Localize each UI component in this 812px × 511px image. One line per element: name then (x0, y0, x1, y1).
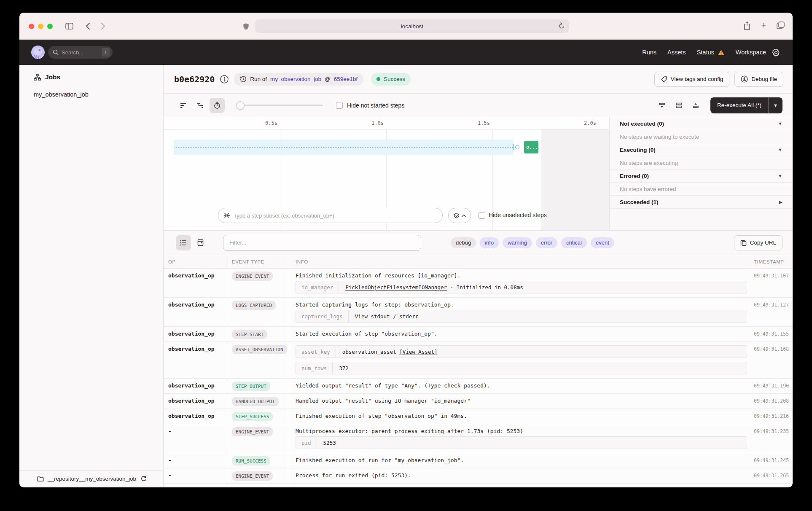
chevron-down-icon[interactable]: ▼ (778, 147, 782, 152)
job-link[interactable]: my_observation_job (270, 76, 321, 82)
log-row[interactable]: -ENGINE_EVENTProcess for run exited (pid… (164, 468, 793, 484)
dagster-logo-icon[interactable] (31, 45, 45, 59)
log-list-view-icon[interactable] (176, 235, 191, 250)
gantt-step-bar[interactable]: o... (524, 141, 538, 153)
gantt-timed-view-icon[interactable] (210, 98, 225, 113)
tag-icon (661, 76, 667, 83)
snapshot-link[interactable]: 659ee1bf (334, 76, 358, 82)
status-section-header[interactable]: Not executed (0)▼ (610, 117, 793, 130)
zoom-slider[interactable] (236, 101, 323, 110)
debug-file-button[interactable]: Debug file (734, 72, 783, 87)
log-row[interactable]: observation_opSTEP_SUCCESSFinished execu… (164, 409, 793, 424)
nav-item-runs[interactable]: Runs (642, 49, 656, 56)
hide-unselected-checkbox[interactable] (479, 212, 485, 219)
log-structured-view-icon[interactable] (193, 235, 208, 250)
log-level-info[interactable]: info (480, 237, 499, 248)
url-bar[interactable]: localhost (255, 19, 569, 33)
metadata-link[interactable]: [View Asset] (399, 349, 437, 355)
log-info-cell: asset_keyobservation_asset [View Asset]n… (287, 342, 750, 378)
log-row[interactable]: observation_opASSET_OBSERVATIONasset_key… (164, 342, 793, 379)
reload-icon[interactable] (559, 22, 565, 31)
reexecute-dropdown-button[interactable]: ▼ (768, 97, 782, 113)
back-icon[interactable] (83, 21, 93, 31)
event-type-chip: STEP_SUCCESS (232, 412, 273, 421)
forward-icon[interactable] (98, 21, 108, 31)
url-text: localhost (401, 23, 423, 30)
log-level-filters: debuginfowarningerrorcriticalevent (451, 237, 614, 248)
view-tags-config-button[interactable]: View tags and config (654, 72, 729, 87)
status-section-header[interactable]: Executing (0)▼ (610, 143, 793, 156)
gantt-end-tick (513, 144, 514, 150)
hide-unselected-label: Hide unselected steps (489, 212, 547, 218)
info-icon[interactable] (220, 75, 229, 84)
chevron-down-icon[interactable]: ▼ (778, 173, 782, 178)
metadata-value: PickledObjectFilesystemIOManager - Initi… (339, 284, 529, 290)
sidebar-job-item[interactable]: my_observation_job (34, 91, 163, 98)
sidebar-toggle-icon[interactable] (64, 21, 74, 31)
log-info-text: Finished execution of step "observation_… (296, 413, 748, 419)
log-level-event[interactable]: event (591, 237, 614, 248)
log-info-text: Multiprocess executor: parent process ex… (296, 428, 748, 434)
log-filter-input[interactable] (223, 235, 421, 251)
step-subset-input[interactable] (234, 212, 437, 219)
log-row[interactable]: -ENGINE_EVENTMultiprocess executor: pare… (164, 424, 793, 453)
metadata-key: pid (296, 437, 317, 449)
log-timestamp: 09:49:31.235 (750, 424, 793, 453)
collapse-panel-icon[interactable] (654, 98, 669, 113)
global-search[interactable]: / (48, 46, 113, 59)
nav-item-workspace[interactable]: Workspace (736, 49, 766, 56)
log-row[interactable]: observation_opSTEP_STARTStarted executio… (164, 327, 793, 342)
log-row[interactable]: observation_opENGINE_EVENTFinished initi… (164, 269, 793, 298)
left-nav: Jobs my_observation_job __repository__my… (19, 65, 164, 487)
debug-file-label: Debug file (751, 76, 777, 82)
event-type-chip: ENGINE_EVENT (232, 427, 273, 436)
metadata-value: 372 (333, 365, 355, 371)
event-type-chip: HANDLED_OUTPUT (232, 397, 279, 406)
graph-query-toggle-button[interactable] (448, 208, 471, 223)
gantt-flat-view-icon[interactable] (176, 98, 191, 113)
gantt-waterfall-view-icon[interactable] (193, 98, 208, 113)
status-section-header[interactable]: Succeeded (1)▶ (610, 196, 793, 209)
step-subset-field[interactable] (218, 208, 443, 223)
log-level-error[interactable]: error (536, 237, 557, 248)
copy-url-button[interactable]: Copy URL (734, 235, 782, 250)
share-icon[interactable] (743, 21, 751, 32)
zoom-window-button[interactable] (47, 24, 53, 29)
nav-item-assets[interactable]: Assets (667, 49, 686, 56)
log-row[interactable]: observation_opLOGS_CAPTUREDStarted captu… (164, 298, 793, 327)
log-timestamp: 09:49:31.155 (750, 327, 793, 342)
log-op: observation_op (164, 379, 228, 393)
reload-repository-icon[interactable] (141, 476, 147, 482)
reexecute-all-button[interactable]: Re-execute All (*) (710, 97, 768, 113)
repository-footer[interactable]: __repository__my_observation_job (19, 470, 163, 487)
run-header: b0e62920 Run of my_observation_job @ 659… (164, 65, 793, 94)
log-row[interactable]: -RUN_SUCCESSFinished execution of run fo… (164, 453, 793, 468)
log-level-critical[interactable]: critical (561, 237, 587, 248)
tabs-overview-icon[interactable] (777, 21, 785, 32)
gantt-region: 0.5s1.0s1.5s2.0s o... (164, 117, 793, 231)
log-level-warning[interactable]: warning (503, 237, 532, 248)
log-op: - (164, 453, 228, 468)
chevron-right-icon[interactable]: ▶ (779, 199, 782, 205)
search-input[interactable] (62, 49, 99, 56)
split-rows-icon[interactable] (671, 98, 686, 113)
zoom-slider-track[interactable] (236, 105, 323, 106)
expand-panel-icon[interactable] (688, 98, 703, 113)
log-level-debug[interactable]: debug (451, 237, 476, 248)
log-row[interactable]: observation_opSTEP_OUTPUTYielded output … (164, 379, 793, 394)
minimize-window-button[interactable] (38, 24, 43, 29)
chevron-down-icon[interactable]: ▼ (778, 121, 782, 126)
zoom-slider-knob[interactable] (236, 101, 245, 110)
log-op: observation_op (164, 409, 228, 424)
status-section-header[interactable]: Errored (0)▼ (610, 169, 793, 183)
log-info-cell: Multiprocess executor: parent process ex… (287, 424, 750, 453)
settings-gear-icon[interactable] (772, 48, 780, 56)
log-op: observation_op (164, 298, 228, 326)
metadata-key: num_rows (296, 362, 333, 374)
nav-item-status[interactable]: Status (697, 49, 725, 56)
new-tab-icon[interactable]: + (761, 21, 766, 32)
metadata-link[interactable]: PickledObjectFilesystemIOManager (345, 284, 447, 290)
hide-not-started-checkbox[interactable] (336, 102, 343, 109)
close-window-button[interactable] (29, 24, 34, 29)
log-row[interactable]: observation_opHANDLED_OUTPUTHandled outp… (164, 394, 793, 409)
